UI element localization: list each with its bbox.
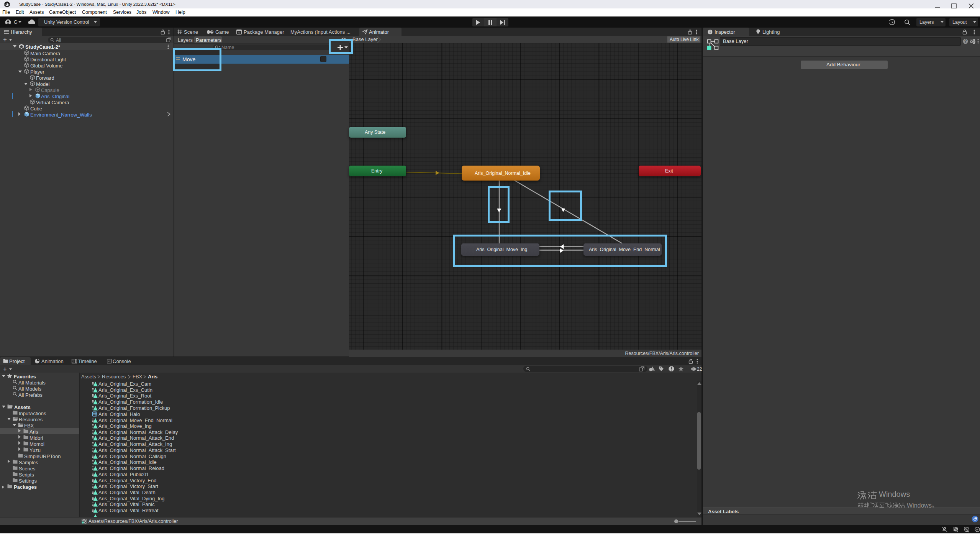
svg-text:?: ? (964, 39, 967, 43)
